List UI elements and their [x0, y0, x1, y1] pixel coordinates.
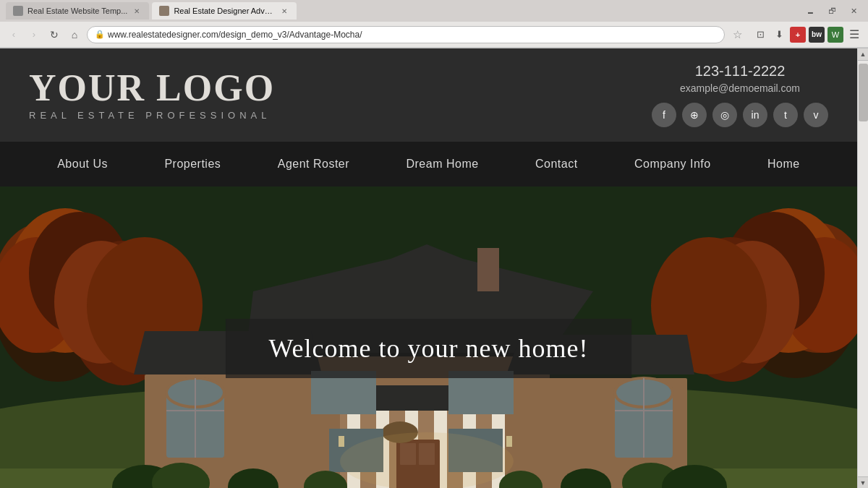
- bw-icon[interactable]: bw: [809, 27, 825, 43]
- vimeo-icon[interactable]: v: [804, 103, 828, 127]
- scroll-thumb[interactable]: [859, 64, 868, 121]
- hero-section: Welcome to your new home!: [0, 187, 857, 488]
- nav-item-home[interactable]: Home: [756, 152, 812, 176]
- hero-overlay: Welcome to your new home!: [226, 319, 632, 378]
- tab-2-favicon: [159, 6, 169, 16]
- nav-item-company-info[interactable]: Company Info: [623, 152, 723, 176]
- minimize-button[interactable]: 🗕: [801, 2, 819, 20]
- scroll-down-arrow[interactable]: ▼: [858, 476, 869, 488]
- nav-item-about[interactable]: About Us: [46, 152, 119, 176]
- twitter-icon[interactable]: t: [773, 103, 798, 127]
- social-icons: f ⊕ ◎ in t v: [652, 103, 828, 127]
- url-bar[interactable]: 🔒 www.realestatedesigner.com/design_demo…: [87, 26, 725, 43]
- flickr-icon[interactable]: ⊕: [682, 103, 707, 127]
- forward-button[interactable]: ›: [26, 27, 42, 43]
- svg-rect-69: [506, 436, 512, 447]
- nav-item-contact[interactable]: Contact: [524, 152, 590, 176]
- facebook-icon[interactable]: f: [652, 103, 676, 127]
- menu-button[interactable]: ☰: [846, 27, 862, 43]
- contact-area: 123-111-2222 example@demoemail.com f ⊕ ◎…: [652, 63, 828, 127]
- logo-text: YOUR LOGO: [29, 69, 275, 107]
- screen-icon[interactable]: ⊡: [752, 27, 768, 43]
- svg-point-70: [340, 432, 514, 488]
- tab-1-label: Real Estate Website Temp...: [27, 7, 127, 15]
- maximize-button[interactable]: 🗗: [823, 2, 841, 20]
- site-nav: About Us Properties Agent Roster Dream H…: [0, 142, 857, 187]
- lock-icon: 🔒: [95, 30, 105, 39]
- address-bar-row: ‹ › ↻ ⌂ 🔒 www.realestatedesigner.com/des…: [0, 22, 868, 48]
- website: YOUR LOGO REAL ESTATE PROFESSIONAL 123-1…: [0, 48, 857, 488]
- email-address: example@demoemail.com: [652, 82, 828, 94]
- tab-2[interactable]: Real Estate Designer Adva... ✕: [152, 2, 297, 20]
- refresh-button[interactable]: ↻: [46, 27, 62, 43]
- phone-number: 123-111-2222: [652, 63, 828, 80]
- svg-rect-68: [339, 436, 344, 447]
- ext-icon[interactable]: W: [827, 27, 843, 43]
- back-button[interactable]: ‹: [6, 27, 22, 43]
- instagram-icon[interactable]: ◎: [712, 103, 737, 127]
- logo-area: YOUR LOGO REAL ESTATE PROFESSIONAL: [29, 69, 275, 121]
- download-icon[interactable]: ⬇: [771, 27, 787, 43]
- nav-item-properties[interactable]: Properties: [153, 152, 232, 176]
- scroll-up-arrow[interactable]: ▲: [858, 48, 869, 61]
- plus-icon[interactable]: +: [790, 27, 806, 43]
- title-bar: Real Estate Website Temp... ✕ Real Estat…: [0, 0, 868, 22]
- tab-1-favicon: [13, 6, 23, 16]
- nav-items: About Us Properties Agent Roster Dream H…: [29, 152, 828, 176]
- tab-2-label: Real Estate Designer Adva...: [174, 7, 275, 15]
- tab-1[interactable]: Real Estate Website Temp... ✕: [6, 2, 149, 20]
- linkedin-icon[interactable]: in: [743, 103, 767, 127]
- site-header: YOUR LOGO REAL ESTATE PROFESSIONAL 123-1…: [0, 48, 857, 142]
- home-button[interactable]: ⌂: [67, 27, 82, 43]
- logo-subtitle: REAL ESTATE PROFESSIONAL: [29, 110, 275, 121]
- svg-rect-31: [477, 248, 499, 291]
- scrollbar[interactable]: ▲ ▼: [857, 48, 868, 488]
- tab-1-close[interactable]: ✕: [132, 6, 142, 16]
- scroll-track[interactable]: [858, 61, 868, 476]
- browser-chrome: Real Estate Website Temp... ✕ Real Estat…: [0, 0, 868, 48]
- window-controls: 🗕 🗗 ✕: [801, 2, 862, 20]
- close-button[interactable]: ✕: [845, 2, 862, 20]
- tab-2-close[interactable]: ✕: [279, 6, 289, 16]
- hero-title: Welcome to your new home!: [269, 333, 589, 364]
- page-container: ▲ ▼ YOUR LOGO REAL ESTATE PROFESSIONAL 1…: [0, 48, 868, 488]
- nav-item-dream-home[interactable]: Dream Home: [394, 152, 490, 176]
- nav-item-agent-roster[interactable]: Agent Roster: [266, 152, 361, 176]
- bookmark-star[interactable]: ☆: [729, 27, 745, 43]
- url-text: www.realestatedesigner.com/design_demo_v…: [108, 30, 362, 40]
